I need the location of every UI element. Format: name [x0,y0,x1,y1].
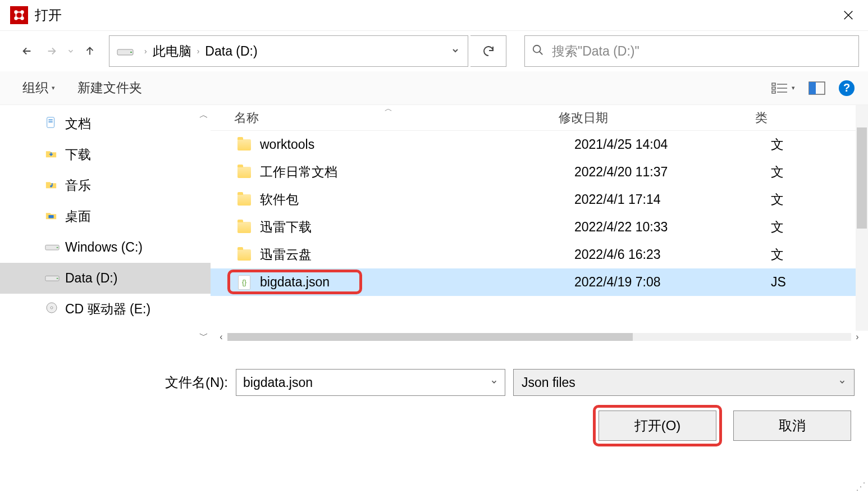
svg-rect-17 [48,121,52,122]
chevron-right-icon: › [194,47,203,56]
downloads-icon [45,147,60,163]
desktop-icon [45,209,60,225]
new-folder-button[interactable]: 新建文件夹 [77,79,142,97]
file-row[interactable]: worktools2021/4/25 14:04文 [211,131,868,158]
scroll-up-icon[interactable]: ︿ [199,110,208,121]
svg-point-2 [15,17,17,20]
help-button[interactable]: ? [839,80,855,96]
scroll-down-icon[interactable]: ﹀ [199,330,208,342]
file-panel: ︿ 名称 修改日期 类 worktools2021/4/25 14:04文工作日… [211,105,868,346]
folder-icon [237,139,251,151]
sidebar-scrollbar[interactable]: ︿ ﹀ [197,105,211,346]
up-button[interactable] [79,40,101,62]
folder-icon [237,194,251,206]
svg-rect-23 [57,278,58,279]
svg-rect-8 [772,87,775,89]
file-row[interactable]: 工作日常文档2022/4/20 11:37文 [211,158,868,186]
file-hscrollbar[interactable]: ‹ › [215,331,864,343]
svg-rect-5 [130,52,132,53]
breadcrumb-root[interactable]: 此电脑 [150,43,194,60]
svg-point-6 [533,45,541,52]
file-name: 工作日常文档 [260,163,574,181]
sidebar-item[interactable]: Windows (C:) [0,232,211,263]
search-box[interactable] [524,35,859,67]
recent-dropdown[interactable] [65,40,76,62]
sidebar-item[interactable]: 下载 [0,139,211,170]
new-folder-label: 新建文件夹 [77,79,142,97]
resize-grip[interactable]: ⋰ [855,484,866,495]
filename-input[interactable] [243,375,486,390]
filetype-value: Json files [522,375,575,390]
sidebar-item[interactable]: 桌面 [0,201,211,232]
view-mode-button[interactable]: ▾ [771,81,795,95]
refresh-button[interactable] [470,35,506,67]
file-name: worktools [260,137,574,152]
svg-point-1 [21,11,24,13]
folder-icon [237,167,251,178]
preview-pane-button[interactable] [808,81,825,95]
close-button[interactable] [834,4,862,26]
chevron-down-icon: ▾ [792,84,795,92]
svg-rect-21 [57,247,58,248]
breadcrumb[interactable]: › 此电脑 › Data (D:) [109,35,468,67]
breadcrumb-current[interactable]: Data (D:) [203,44,259,59]
drive-icon [45,240,60,255]
folder-icon [237,222,251,233]
cancel-button-label: 取消 [779,417,806,435]
sidebar-item-label: CD 驱动器 (E:) [65,300,150,318]
sidebar-item-label: 文档 [65,115,91,133]
sidebar-item[interactable]: 音乐 [0,170,211,201]
filetype-combo[interactable]: Json files [513,369,855,396]
file-type: 文 [771,163,868,181]
json-file-icon: {} [238,275,250,290]
file-row[interactable]: 迅雷云盘2022/4/6 16:23文 [211,241,868,268]
documents-icon [45,116,60,132]
scroll-right-icon[interactable]: › [851,332,864,342]
cancel-button[interactable]: 取消 [733,411,851,441]
file-date: 2022/4/22 10:33 [574,220,771,235]
file-name: 迅雷下载 [260,218,574,236]
svg-rect-9 [772,91,775,93]
svg-rect-19 [48,215,53,218]
folder-icon [237,249,251,261]
chevron-down-icon[interactable] [834,378,846,387]
open-button[interactable]: 打开(O) [599,411,716,441]
breadcrumb-dropdown[interactable] [443,46,468,57]
sidebar-item[interactable]: CD 驱动器 (E:) [0,294,211,325]
sidebar-item-label: 下载 [65,146,91,163]
file-date: 2021/4/25 14:04 [574,137,771,152]
file-row[interactable]: {}bigdata.json2022/4/19 7:08JS [211,268,868,296]
file-date: 2022/4/6 16:23 [574,247,771,262]
organize-menu[interactable]: 组织 ▾ [22,79,55,97]
back-button[interactable] [16,40,38,62]
scroll-left-icon[interactable]: ‹ [215,332,227,342]
search-input[interactable] [552,44,852,59]
chevron-down-icon[interactable] [486,378,498,387]
file-name: bigdata.json [260,275,574,290]
cd-icon [45,301,60,318]
svg-point-25 [51,307,53,309]
forward-button[interactable] [40,40,63,62]
search-icon [532,44,544,59]
file-row[interactable]: 软件包2022/4/1 17:14文 [211,186,868,213]
sidebar-item[interactable]: Data (D:) [0,263,211,294]
sidebar-item-label: Windows (C:) [65,240,143,255]
file-name: 迅雷云盘 [260,246,574,263]
sidebar-item[interactable]: 文档 [0,108,211,139]
title-bar: 打开 [0,0,868,31]
file-type: 文 [771,218,868,236]
file-header: ︿ 名称 修改日期 类 [211,105,868,131]
filename-label: 文件名(N): [165,373,228,391]
navigation-bar: › 此电脑 › Data (D:) [0,31,868,71]
drive-icon [114,40,136,62]
file-vscrollbar[interactable] [856,105,868,331]
svg-point-3 [21,17,24,20]
filename-combo[interactable] [236,369,505,396]
file-type: JS [771,275,868,290]
file-row[interactable]: 迅雷下载2022/4/22 10:33文 [211,213,868,241]
column-date[interactable]: 修改日期 [559,110,755,126]
column-type[interactable]: 类 [755,110,868,126]
sidebar: 文档下载音乐桌面Windows (C:)Data (D:)CD 驱动器 (E:)… [0,105,211,346]
organize-label: 组织 [22,79,48,97]
main-area: 文档下载音乐桌面Windows (C:)Data (D:)CD 驱动器 (E:)… [0,105,868,346]
